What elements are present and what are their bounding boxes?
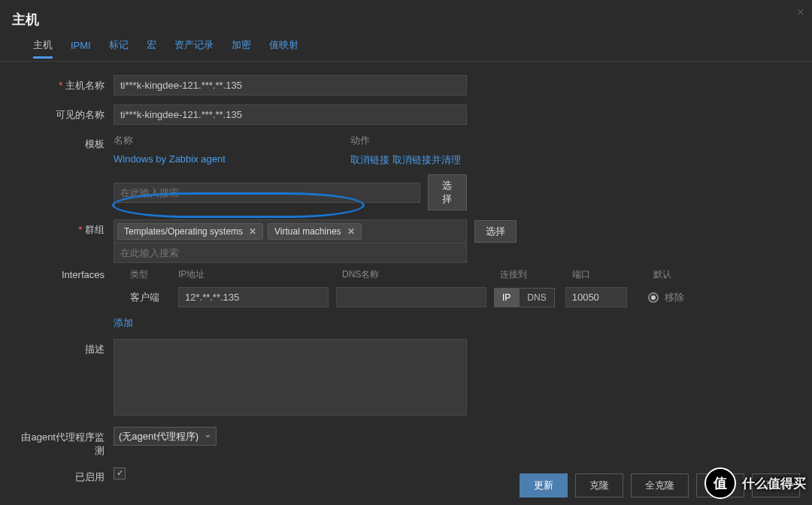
label-visible-name: 可见的名称: [12, 104, 114, 122]
watermark: 值 什么值得买: [704, 467, 806, 499]
col-conn: 连接到: [500, 268, 572, 281]
description-textarea[interactable]: [114, 339, 467, 416]
clone-button[interactable]: 克隆: [575, 473, 623, 497]
group-tag-container[interactable]: Templates/Operating systems ✕ Virtual ma…: [114, 219, 467, 243]
close-icon[interactable]: ×: [796, 5, 804, 20]
interface-port-input[interactable]: [565, 287, 627, 307]
proxy-select[interactable]: (无agent代理程序): [114, 427, 217, 446]
tab-inventory[interactable]: 资产记录: [174, 38, 214, 59]
unlink-link[interactable]: 取消链接: [350, 154, 389, 165]
template-search-input[interactable]: [114, 183, 420, 203]
remove-tag-icon[interactable]: ✕: [249, 226, 256, 237]
interface-row: 客户端 IP DNS 移除: [114, 287, 700, 307]
label-interfaces: Interfaces: [12, 265, 114, 280]
tab-macros[interactable]: 宏: [147, 38, 156, 59]
connect-dns-option[interactable]: DNS: [519, 288, 554, 307]
col-type: 类型: [130, 268, 178, 281]
group-tag: Virtual machines ✕: [268, 223, 362, 240]
interface-dns-input[interactable]: [336, 287, 486, 307]
tab-bar: 主机 IPMI 标记 宏 资产记录 加密 值映射: [0, 36, 812, 62]
tab-encryption[interactable]: 加密: [232, 38, 251, 59]
enabled-checkbox[interactable]: ✓: [114, 467, 126, 479]
group-select-button[interactable]: 选择: [474, 220, 517, 243]
interface-type-label: 客户端: [130, 291, 178, 304]
modal-title: 主机: [0, 0, 812, 36]
group-tag: Templates/Operating systems ✕: [117, 223, 263, 240]
label-enabled: 已启用: [12, 467, 114, 484]
connect-ip-option[interactable]: IP: [494, 288, 519, 307]
interface-ip-input[interactable]: [178, 287, 329, 307]
label-groups: 群组: [12, 219, 114, 237]
tab-tags[interactable]: 标记: [109, 38, 129, 59]
col-dns: DNS名称: [342, 268, 500, 281]
add-interface-link[interactable]: 添加: [114, 317, 133, 328]
update-button[interactable]: 更新: [520, 473, 568, 497]
template-link[interactable]: Windows by Zabbix agent: [114, 153, 350, 167]
watermark-text: 什么值得买: [742, 475, 806, 492]
group-tag-label: Templates/Operating systems: [124, 226, 243, 237]
group-search-input[interactable]: [114, 243, 467, 263]
col-default: 默认: [653, 268, 698, 281]
visible-name-input[interactable]: [114, 104, 467, 125]
full-clone-button[interactable]: 全克隆: [631, 473, 689, 497]
connect-to-toggle: IP DNS: [494, 288, 555, 307]
tab-valuemap[interactable]: 值映射: [269, 38, 298, 59]
remove-tag-icon[interactable]: ✕: [347, 226, 355, 237]
label-templates: 模板: [12, 134, 114, 151]
host-name-input[interactable]: [114, 75, 467, 95]
tab-host[interactable]: 主机: [33, 38, 53, 59]
col-port: 端口: [572, 268, 653, 281]
label-host-name: 主机名称: [12, 75, 114, 92]
watermark-icon: 值: [704, 467, 736, 499]
col-ip: IP地址: [178, 268, 342, 281]
label-desc: 描述: [12, 339, 114, 356]
remove-interface-link[interactable]: 移除: [665, 291, 684, 304]
unlink-clear-link[interactable]: 取消链接并清理: [392, 154, 461, 165]
group-tag-label: Virtual machines: [274, 226, 341, 237]
label-proxy: 由agent代理程序监测: [12, 427, 114, 458]
default-interface-radio[interactable]: [648, 292, 659, 303]
template-select-button[interactable]: 选择: [428, 174, 467, 210]
tab-ipmi[interactable]: IPMI: [71, 40, 91, 58]
tpl-col-name: 名称: [114, 134, 350, 147]
tpl-col-action: 动作: [350, 134, 370, 147]
